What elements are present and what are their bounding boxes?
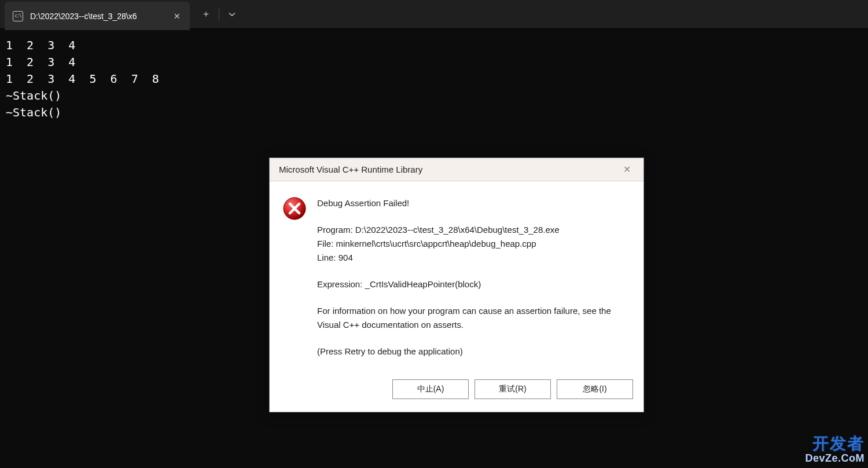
- watermark-bottom: DevZe.CoM: [805, 453, 865, 465]
- program-label: Program:: [317, 225, 355, 235]
- file-value: minkernel\crts\ucrt\src\appcrt\heap\debu…: [336, 239, 536, 248]
- dialog-button-row: 中止(A) 重试(R) 忽略(I): [270, 370, 643, 412]
- dialog-note: For information on how your program can …: [317, 304, 631, 332]
- runtime-error-dialog: Microsoft Visual C++ Runtime Library ✕ D…: [269, 158, 644, 412]
- line-label: Line:: [317, 253, 339, 262]
- dialog-titlebar[interactable]: Microsoft Visual C++ Runtime Library ✕: [270, 158, 643, 181]
- expression-label: Expression:: [317, 279, 365, 289]
- dialog-heading: Debug Assertion Failed!: [317, 196, 631, 210]
- divider: [219, 8, 219, 21]
- ignore-button[interactable]: 忽略(I): [557, 379, 633, 399]
- console-output: 1 2 3 4 1 2 3 4 1 2 3 4 5 6 7 8 ~Stack()…: [0, 29, 868, 129]
- console-tab[interactable]: c:\ D:\2022\2023--c\test_3_28\x6 ✕: [5, 2, 190, 30]
- tab-title: D:\2022\2023--c\test_3_28\x6: [30, 12, 165, 21]
- dialog-close-button[interactable]: ✕: [617, 162, 637, 178]
- dialog-body: Debug Assertion Failed! Program: D:\2022…: [270, 181, 643, 370]
- dialog-expression: Expression: _CrtIsValidHeapPointer(block…: [317, 277, 631, 291]
- line-value: 904: [339, 253, 353, 262]
- terminal-icon: c:\: [13, 11, 23, 21]
- expression-value: _CrtIsValidHeapPointer(block): [365, 279, 481, 289]
- watermark: 开发者 DevZe.CoM: [805, 435, 865, 465]
- chevron-down-icon: [229, 12, 236, 17]
- dialog-retry-hint: (Press Retry to debug the application): [317, 345, 631, 359]
- abort-button[interactable]: 中止(A): [392, 379, 469, 399]
- dialog-title: Microsoft Visual C++ Runtime Library: [279, 164, 422, 174]
- tab-bar: c:\ D:\2022\2023--c\test_3_28\x6 ✕ ＋: [0, 0, 868, 29]
- file-label: File:: [317, 239, 336, 248]
- new-tab-button[interactable]: ＋: [194, 4, 218, 25]
- program-value: D:\2022\2023--c\test_3_28\x64\Debug\test…: [355, 225, 560, 235]
- tab-dropdown-button[interactable]: [220, 4, 244, 25]
- close-tab-button[interactable]: ✕: [172, 12, 182, 21]
- dialog-content: Debug Assertion Failed! Program: D:\2022…: [317, 196, 631, 364]
- dialog-details: Program: D:\2022\2023--c\test_3_28\x64\D…: [317, 223, 631, 265]
- tab-actions: ＋: [194, 0, 244, 28]
- watermark-top: 开发者: [812, 435, 865, 453]
- error-icon: [282, 196, 307, 221]
- retry-button[interactable]: 重试(R): [475, 379, 551, 399]
